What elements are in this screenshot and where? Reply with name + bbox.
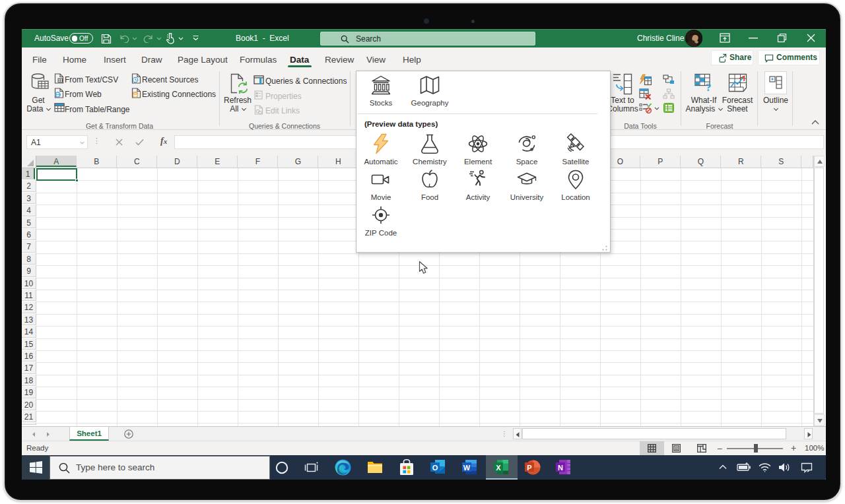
svg-text:W: W bbox=[463, 464, 471, 472]
svg-text:P: P bbox=[527, 464, 531, 472]
svg-text:?: ? bbox=[706, 81, 712, 92]
svg-text:X: X bbox=[496, 464, 501, 472]
svg-text:O: O bbox=[432, 464, 438, 472]
svg-text:N: N bbox=[558, 464, 563, 472]
